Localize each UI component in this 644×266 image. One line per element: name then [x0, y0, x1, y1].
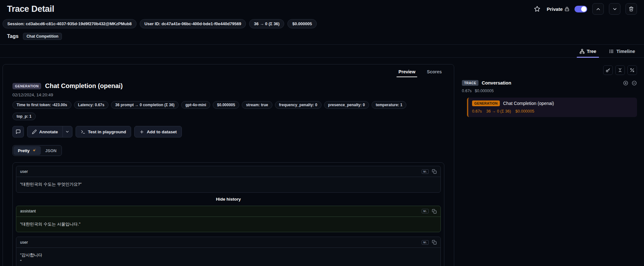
tab-scores[interactable]: Scores [425, 69, 444, 77]
session-badge[interactable]: Session: cd3abcd6-c81c-4037-935d-19d9f27… [3, 19, 137, 28]
comment-icon [16, 129, 21, 134]
message-role: user [20, 240, 28, 245]
toggle-metrics-button[interactable] [627, 65, 637, 75]
chevrons-down-up-icon [618, 68, 623, 73]
message-header: user M↓ [16, 166, 440, 177]
sparkles-icon [32, 148, 36, 153]
node-cost: $0.000005 [515, 109, 534, 114]
panel-tabs: Preview Scores [12, 64, 444, 77]
generation-badge: GENERATION [472, 100, 500, 106]
tab-timeline-label: Timeline [616, 49, 635, 54]
tab-tree[interactable]: Tree [578, 48, 598, 57]
message-assistant: assistant M↓ "대한민국의 수도는 서울입니다." [16, 206, 441, 233]
expand-node-button[interactable] [623, 80, 628, 86]
node-header: GENERATION Chat Completion (openai) [472, 100, 633, 106]
trace-root-row[interactable]: TRACE Conversation [462, 80, 637, 86]
message-role: assistant [20, 209, 36, 213]
test-in-playground-button[interactable]: Test in playground [76, 126, 131, 137]
markdown-toggle-icon[interactable]: M↓ [422, 209, 429, 213]
pill-presence-penalty: presence_penalty: 0 [324, 101, 369, 109]
observation-card: Preview Scores GENERATION Chat Completio… [3, 64, 454, 266]
copy-button[interactable] [432, 169, 437, 174]
view-tabs: Tree Timeline [0, 45, 644, 58]
trace-metrics: 0.67s $0.000005 [462, 89, 637, 93]
annotate-split-button: Annotate [27, 126, 72, 137]
pill-model: gpt-4o-mini [181, 101, 210, 109]
percent-icon [630, 68, 635, 73]
public-private-toggle[interactable] [574, 6, 587, 12]
comment-button[interactable] [12, 126, 24, 137]
message-user-1: user M↓ "대한민국의 수도는 무엇인가요?" [16, 166, 441, 193]
tree-toolbar [462, 65, 637, 75]
pill-cost: $0.000005 [213, 101, 239, 109]
pill-stream: stream: true [242, 101, 272, 109]
delete-trace-button[interactable] [625, 3, 637, 15]
nav-down-button[interactable] [609, 3, 620, 15]
key-shortcuts-button[interactable] [603, 65, 613, 75]
copy-button[interactable] [432, 240, 437, 245]
observation-title: Chat Completion (openai) [45, 82, 122, 90]
add-to-dataset-button[interactable]: Add to dataset [134, 126, 182, 137]
test-in-playground-label: Test in playground [88, 129, 126, 134]
markdown-toggle-icon[interactable]: M↓ [422, 240, 429, 245]
hide-history-button[interactable]: Hide history [16, 197, 441, 202]
json-toggle[interactable]: JSON [41, 146, 61, 155]
param-pill-row-2: top_p: 1 [12, 113, 444, 120]
toggle-knob [581, 6, 587, 12]
copy-icon [432, 240, 437, 245]
annotate-button[interactable]: Annotate [27, 126, 63, 137]
nav-up-button[interactable] [592, 3, 604, 15]
messages-container: user M↓ "대한민국의 수도는 무엇인가요?" Hide history [12, 162, 444, 266]
message-content: "감사합니다 " [16, 248, 440, 266]
timeline-icon [609, 49, 614, 54]
generation-type-badge: GENERATION [12, 83, 41, 89]
annotate-dropdown-button[interactable] [63, 126, 72, 137]
pill-temperature: temperature: 1 [372, 101, 406, 109]
tab-preview[interactable]: Preview [396, 69, 417, 77]
tree-icon [580, 49, 585, 54]
pill-time-to-first-token: Time to first token: -423.00s [12, 101, 71, 109]
topbar: Trace Detail Private [0, 0, 644, 17]
tree-node-generation[interactable]: GENERATION Chat Completion (openai) 0.67… [467, 98, 637, 117]
chevron-down-icon [65, 129, 70, 134]
observation-timestamp: 02/12/2024, 14:20:49 [12, 92, 444, 97]
star-icon [534, 6, 540, 12]
collapse-all-button[interactable] [615, 65, 625, 75]
chevron-up-icon [596, 6, 601, 12]
circle-minus-icon [632, 80, 637, 86]
collapse-node-button[interactable] [632, 80, 637, 86]
circle-plus-icon [623, 80, 628, 86]
message-header: user M↓ [16, 237, 440, 248]
pretty-toggle[interactable]: Pretty [13, 146, 41, 155]
trace-title: Conversation [482, 80, 511, 85]
topbar-actions: Private [533, 3, 637, 15]
privacy-text: Private [547, 6, 563, 12]
privacy-label: Private [547, 6, 569, 12]
pretty-label: Pretty [18, 148, 30, 153]
plus-icon [139, 129, 144, 134]
markdown-toggle-icon[interactable]: M↓ [422, 169, 429, 174]
param-pill-row-1: Time to first token: -423.00s Latency: 0… [12, 101, 444, 109]
add-to-dataset-label: Add to dataset [147, 129, 177, 134]
terminal-icon [81, 129, 85, 134]
tab-tree-label: Tree [587, 49, 596, 54]
trash-icon [629, 6, 634, 11]
node-latency: 0.67s [472, 109, 482, 114]
message-role: user [20, 169, 28, 174]
trace-meta-row: Session: cd3abcd6-c81c-4037-935d-19d9f27… [3, 19, 641, 28]
annotate-label: Annotate [39, 129, 58, 134]
message-user-2: user M↓ "감사합니다 " [16, 237, 441, 266]
trace-tree-panel: TRACE Conversation 0.67s $0.000005 [462, 64, 641, 266]
trace-cost: $0.000005 [475, 89, 494, 93]
tag-chat-competition[interactable]: Chat Competition [23, 33, 62, 40]
message-header-icons: M↓ [422, 209, 437, 214]
message-content: "대한민국의 수도는 무엇인가요?" [16, 177, 440, 192]
copy-icon [432, 169, 437, 174]
pill-frequency-penalty: frequency_penalty: 0 [275, 101, 322, 109]
favorite-button[interactable] [533, 4, 542, 13]
format-toggle: Pretty JSON [12, 145, 62, 156]
user-id-badge[interactable]: User ID: dc47a41e-06bc-400d-bde1-f0e440d… [140, 19, 246, 28]
token-usage-badge: 36 → 0 (Σ 36) [249, 19, 284, 28]
copy-button[interactable] [432, 209, 437, 214]
tab-timeline[interactable]: Timeline [607, 48, 637, 57]
